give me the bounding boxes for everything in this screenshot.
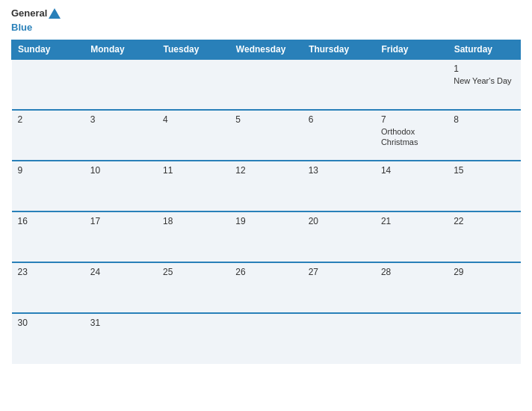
day-number: 1 [454,64,514,74]
calendar-cell [157,59,229,110]
holiday-name: Orthodox Christmas [381,126,442,148]
calendar-cell: 4 [157,110,229,161]
calendar-cell: 19 [229,211,302,262]
calendar-thead: SundayMondayTuesdayWednesdayThursdayFrid… [12,40,521,59]
calendar-cell: 31 [84,313,157,364]
calendar-cell: 29 [448,262,520,313]
calendar-cell: 8 [448,110,520,161]
day-number: 25 [163,267,223,277]
calendar-cell: 17 [84,211,157,262]
calendar-cell [84,59,157,110]
calendar-cell [229,313,302,364]
calendar-cell: 30 [12,313,84,364]
calendar-tbody: 1New Year's Day234567Orthodox Christmas8… [12,59,521,364]
calendar-cell: 18 [157,211,229,262]
holiday-name: New Year's Day [454,75,514,86]
calendar-cell [375,313,448,364]
day-number: 24 [90,267,151,277]
day-number: 13 [309,165,369,176]
day-number: 4 [163,114,223,125]
calendar-cell [303,59,375,110]
day-number: 28 [381,267,442,277]
svg-marker-0 [49,8,61,19]
day-number: 23 [18,267,78,277]
calendar-cell: 5 [229,110,302,161]
calendar-cell: 1New Year's Day [448,59,520,110]
day-number: 26 [235,267,296,277]
calendar-cell: 6 [303,110,375,161]
day-number: 31 [90,318,151,328]
calendar-cell: 23 [12,262,84,313]
calendar-cell [157,313,229,364]
logo-general-text: General [11,7,47,19]
calendar-cell: 26 [229,262,302,313]
calendar-cell: 14 [375,161,448,211]
calendar-cell: 9 [12,161,84,211]
calendar-cell [229,59,302,110]
day-number: 14 [381,165,442,176]
weekday-header-row: SundayMondayTuesdayWednesdayThursdayFrid… [12,40,521,59]
day-number: 6 [309,114,369,125]
weekday-header-monday: Monday [84,40,157,59]
day-number: 10 [90,165,151,176]
weekday-header-sunday: Sunday [12,40,84,59]
calendar-cell: 24 [84,262,157,313]
day-number: 29 [454,267,514,277]
calendar-cell: 3 [84,110,157,161]
calendar-cell [375,59,448,110]
weekday-header-friday: Friday [375,40,448,59]
day-number: 11 [163,165,223,176]
day-number: 19 [235,216,296,226]
day-number: 12 [235,165,296,176]
weekday-header-wednesday: Wednesday [229,40,302,59]
calendar-cell: 21 [375,211,448,262]
logo: General Blue [11,7,61,34]
week-row-6: 3031 [12,313,521,364]
day-number: 16 [18,216,78,226]
calendar-cell: 11 [157,161,229,211]
day-number: 8 [454,114,514,125]
calendar-cell: 15 [448,161,520,211]
weekday-header-thursday: Thursday [303,40,375,59]
calendar-cell [303,313,375,364]
week-row-2: 234567Orthodox Christmas8 [12,110,521,161]
calendar-cell: 25 [157,262,229,313]
calendar-cell: 27 [303,262,375,313]
day-number: 9 [18,165,78,176]
calendar-cell [12,59,84,110]
day-number: 20 [309,216,369,226]
logo-blue-text: Blue [11,22,32,33]
logo-triangle-icon [49,8,61,19]
calendar-cell [448,313,520,364]
calendar-table: SundayMondayTuesdayWednesdayThursdayFrid… [11,40,521,364]
day-number: 7 [381,114,442,125]
day-number: 3 [90,114,151,125]
calendar-cell: 20 [303,211,375,262]
calendar-cell: 16 [12,211,84,262]
calendar-cell: 2 [12,110,84,161]
day-number: 30 [18,318,78,328]
day-number: 18 [163,216,223,226]
day-number: 15 [454,165,514,176]
week-row-4: 16171819202122 [12,211,521,262]
day-number: 2 [18,114,78,125]
week-row-3: 9101112131415 [12,161,521,211]
weekday-header-tuesday: Tuesday [157,40,229,59]
weekday-header-saturday: Saturday [448,40,520,59]
day-number: 21 [381,216,442,226]
calendar-cell: 28 [375,262,448,313]
day-number: 22 [454,216,514,226]
calendar-cell: 12 [229,161,302,211]
day-number: 27 [309,267,369,277]
day-number: 17 [90,216,151,226]
calendar-header: General Blue [11,7,521,34]
calendar-cell: 10 [84,161,157,211]
calendar-cell: 13 [303,161,375,211]
calendar-cell: 22 [448,211,520,262]
calendar-wrapper: General Blue SundayMondayTuesdayWednesda… [0,0,532,411]
calendar-cell: 7Orthodox Christmas [375,110,448,161]
day-number: 5 [235,114,296,125]
week-row-1: 1New Year's Day [12,59,521,110]
week-row-5: 23242526272829 [12,262,521,313]
